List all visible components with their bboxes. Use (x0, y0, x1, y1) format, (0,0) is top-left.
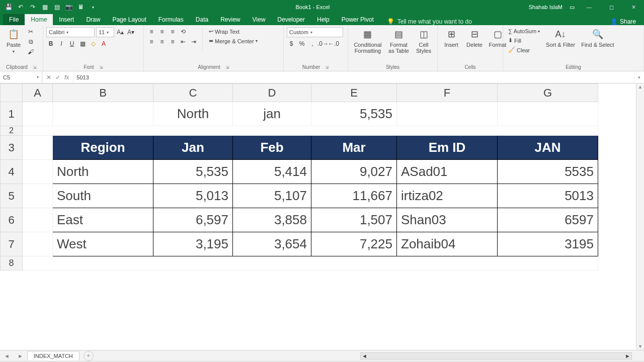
tell-me-search[interactable]: 💡 Tell me what you want to do (387, 18, 472, 25)
cell[interactable] (23, 102, 53, 126)
bold-button[interactable]: B (46, 39, 55, 48)
table-header[interactable]: Mar (311, 136, 397, 160)
tab-file[interactable]: File (3, 14, 25, 25)
close-button[interactable]: ✕ (626, 4, 641, 11)
format-painter-icon[interactable]: 🖌 (26, 47, 35, 56)
align-center-icon[interactable]: ≡ (157, 37, 167, 46)
cell[interactable] (23, 208, 53, 232)
new-sheet-button[interactable]: + (84, 351, 94, 361)
minimize-button[interactable]: — (582, 4, 597, 10)
cell[interactable] (397, 102, 498, 126)
comma-icon[interactable]: , (308, 39, 317, 48)
cell[interactable]: 6597 (498, 208, 598, 232)
qat-icon[interactable]: 📷 (65, 4, 72, 11)
cell[interactable]: East (53, 208, 153, 232)
cell[interactable]: 11,667 (311, 184, 397, 208)
format-as-table-button[interactable]: ▤Format as Table (386, 27, 411, 55)
tab-help[interactable]: Help (311, 14, 336, 25)
cell[interactable] (23, 232, 53, 256)
share-button[interactable]: 👤 Share (610, 18, 636, 25)
cell[interactable]: 3195 (498, 232, 598, 256)
maximize-button[interactable]: ◻ (604, 4, 619, 11)
enter-icon[interactable]: ✓ (55, 74, 60, 81)
percent-icon[interactable]: % (297, 39, 306, 48)
orientation-icon[interactable]: ⟲ (179, 27, 188, 36)
cell[interactable]: 5,013 (153, 184, 233, 208)
cell[interactable]: 3,195 (153, 232, 233, 256)
row-header-8[interactable]: 8 (1, 256, 23, 270)
cell[interactable] (498, 102, 598, 126)
cell[interactable]: 5013 (498, 184, 598, 208)
cell[interactable]: 3,654 (233, 232, 311, 256)
number-format-combo[interactable]: Custom (287, 27, 343, 37)
decrease-indent-icon[interactable]: ⇤ (179, 37, 188, 46)
tab-page-layout[interactable]: Page Layout (106, 14, 152, 25)
paste-button[interactable]: 📋 Paste ▾ (3, 27, 24, 55)
merge-center-button[interactable]: ⬌Merge & Center▾ (207, 37, 260, 45)
table-header[interactable]: Em ID (397, 136, 498, 160)
tab-formulas[interactable]: Formulas (152, 14, 190, 25)
fill-color-button[interactable]: ◇ (89, 39, 98, 48)
tab-view[interactable]: View (247, 14, 272, 25)
table-header[interactable]: Jan (153, 136, 233, 160)
cell[interactable]: 7,225 (311, 232, 397, 256)
clear-button[interactable]: 🧹Clear (506, 46, 542, 54)
border-button[interactable]: ▦ (78, 39, 87, 48)
ribbon-display-icon[interactable]: ▭ (570, 4, 575, 11)
cell-styles-button[interactable]: ◫Cell Styles (413, 27, 434, 55)
increase-font-icon[interactable]: A▴ (116, 28, 125, 37)
row-header-4[interactable]: 4 (1, 160, 23, 184)
col-header-d[interactable]: D (233, 84, 311, 102)
vertical-scrollbar[interactable]: ▲▼ (636, 83, 644, 350)
cell[interactable]: 1,507 (311, 208, 397, 232)
qat-icon[interactable]: ▦ (41, 4, 48, 11)
cell[interactable] (23, 256, 598, 270)
redo-icon[interactable]: ↷ (29, 4, 36, 11)
cell[interactable] (23, 160, 53, 184)
col-header-a[interactable]: A (23, 84, 53, 102)
italic-button[interactable]: I (57, 39, 66, 48)
formula-input[interactable]: 5013 (73, 71, 634, 83)
row-header-2[interactable]: 2 (1, 126, 23, 136)
cell[interactable] (23, 126, 598, 136)
fx-icon[interactable]: fx (64, 74, 69, 81)
decrease-font-icon[interactable]: A▾ (126, 28, 135, 37)
cell[interactable]: irtiza02 (397, 184, 498, 208)
col-header-e[interactable]: E (311, 84, 397, 102)
name-box[interactable]: C5 (0, 71, 42, 83)
fill-button[interactable]: ⬇Fill (506, 36, 542, 45)
insert-cells-button[interactable]: ⊞Insert (441, 27, 462, 49)
qat-more-icon[interactable]: ▾ (90, 4, 97, 11)
conditional-formatting-button[interactable]: ▦Conditional Formatting (351, 27, 384, 55)
tab-draw[interactable]: Draw (80, 14, 106, 25)
col-header-g[interactable]: G (498, 84, 598, 102)
save-icon[interactable]: 💾 (5, 4, 12, 11)
cancel-icon[interactable]: ✕ (46, 74, 51, 81)
cell[interactable]: West (53, 232, 153, 256)
expand-formula-bar-icon[interactable]: ▾ (634, 71, 644, 83)
select-all-corner[interactable] (1, 84, 23, 102)
cell[interactable]: North (153, 102, 233, 126)
tab-insert[interactable]: Insert (53, 14, 80, 25)
col-header-f[interactable]: F (397, 84, 498, 102)
cell[interactable]: North (53, 160, 153, 184)
copy-icon[interactable]: ⧉ (26, 37, 35, 46)
align-left-icon[interactable]: ≡ (147, 37, 156, 46)
col-header-b[interactable]: B (53, 84, 153, 102)
wrap-text-button[interactable]: ↩Wrap Text (207, 27, 260, 36)
increase-indent-icon[interactable]: ⇥ (189, 37, 198, 46)
autosum-button[interactable]: ∑AutoSum▾ (506, 27, 542, 35)
cell[interactable]: ASad01 (397, 160, 498, 184)
underline-button[interactable]: U (67, 39, 76, 48)
cell[interactable] (23, 136, 53, 160)
tab-home[interactable]: Home (25, 14, 53, 25)
cell[interactable] (53, 102, 153, 126)
align-right-icon[interactable]: ≡ (168, 37, 177, 46)
align-top-icon[interactable]: ≡ (147, 27, 156, 36)
font-name-combo[interactable]: Calibri (46, 27, 95, 37)
decrease-decimal-icon[interactable]: ←.0 (329, 39, 338, 48)
align-middle-icon[interactable]: ≡ (157, 27, 167, 36)
cell[interactable]: 6,597 (153, 208, 233, 232)
row-header-5[interactable]: 5 (1, 184, 23, 208)
sheet-nav-prev-icon[interactable]: ◄ (0, 353, 14, 359)
